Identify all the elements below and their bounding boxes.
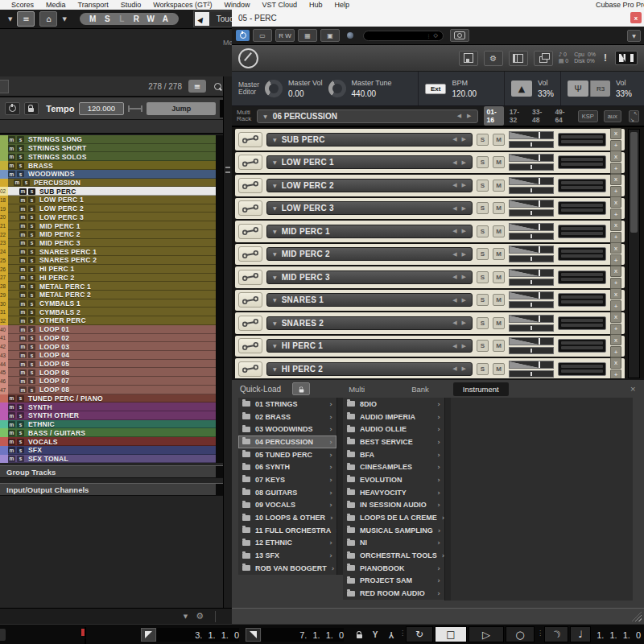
volume-pan-sliders[interactable] [509, 200, 554, 217]
mute-button[interactable]: m [19, 378, 27, 384]
track-row[interactable]: 28 m s METAL PERC 1 [0, 282, 223, 291]
instrument-name-menu[interactable]: ▼ SUB PERC ◀ ▶ [266, 133, 473, 147]
tab-multi[interactable]: Multi [349, 385, 365, 394]
read-write-automation-button[interactable]: R W [275, 29, 295, 42]
pan-slider[interactable] [509, 370, 554, 378]
track-row[interactable]: m s SFX TONAL [0, 455, 223, 464]
prev-instrument-icon[interactable]: ◀ [452, 159, 456, 166]
group-tracks-divider[interactable]: Group Tracks [0, 465, 223, 478]
mute-button[interactable]: m [8, 447, 15, 453]
instrument-name-menu[interactable]: ▼ MID PERC 3 ◀ ▶ [266, 270, 473, 284]
remove-slot-button[interactable]: x [610, 242, 621, 254]
solo-button[interactable]: S [477, 134, 489, 146]
quick-load-item[interactable]: HEAVYOCITY › [343, 486, 444, 499]
volume-slider[interactable] [509, 177, 554, 185]
instrument-name-menu[interactable]: ▼ LOW PERC 1 ◀ ▶ [266, 155, 473, 169]
add-slot-button[interactable]: + [610, 324, 621, 335]
remove-slot-button[interactable]: x [610, 196, 621, 208]
side-chain-button[interactable]: ▣ [320, 29, 340, 42]
solo-button[interactable]: S [477, 340, 489, 352]
menu-scores[interactable]: Scores [11, 1, 34, 9]
preset-stepper-icon[interactable]: ⋮ [427, 33, 431, 39]
next-instrument-icon[interactable]: ▶ [462, 343, 466, 349]
next-instrument-icon[interactable]: ▶ [462, 320, 466, 326]
menu-media[interactable]: Media [46, 1, 66, 9]
cycle-button[interactable]: ↻ [406, 626, 433, 642]
edit-instrument-button[interactable] [238, 132, 262, 147]
solo-button[interactable]: s [28, 309, 35, 316]
mute-button[interactable]: M [493, 317, 505, 329]
menu-hub[interactable]: Hub [309, 1, 323, 9]
solo-button[interactable]: s [28, 223, 35, 229]
quick-load-item[interactable]: 02 BRASS › [238, 411, 336, 423]
column-scrollbar[interactable] [444, 398, 451, 601]
track-row[interactable]: 30 m s CYMBALS 1 [0, 299, 223, 308]
mute-button[interactable]: M [493, 134, 505, 146]
prev-instrument-icon[interactable]: ◀ [452, 251, 456, 258]
tuning-fork-icon[interactable]: Ψ [568, 80, 588, 97]
solo-button[interactable]: s [17, 171, 24, 177]
stop-button[interactable]: □ [435, 626, 467, 642]
quick-load-item[interactable]: RED ROOM AUDIO › [343, 587, 444, 600]
add-slot-button[interactable]: + [610, 278, 621, 289]
mute-button[interactable]: m [8, 404, 15, 411]
page-tab-49-64[interactable]: 49-64 [551, 106, 572, 126]
volume-slider[interactable] [509, 315, 554, 323]
mute-button[interactable]: m [8, 421, 15, 427]
locator-lock-button[interactable] [353, 628, 365, 642]
instrument-name-menu[interactable]: ▼ LOW PERC 3 ◀ ▶ [266, 201, 473, 215]
mute-button[interactable]: m [19, 317, 27, 324]
precount-button[interactable]: ☽ [544, 626, 568, 642]
track-row[interactable]: m s VOCALS [0, 437, 223, 446]
track-row[interactable]: m s STRINGS SHORT [0, 144, 223, 153]
edit-instrument-button[interactable] [238, 155, 262, 170]
add-slot-button[interactable]: + [610, 300, 621, 312]
quick-load-item[interactable]: 09 VOCALS › [238, 499, 336, 512]
rack-scrollbar[interactable] [628, 129, 640, 378]
quick-load-item[interactable]: AUDIO IMPERIA › [343, 411, 444, 423]
quick-load-item[interactable]: 12 ETHNIC › [238, 537, 336, 550]
chevron-down-icon[interactable]: ▼ [8, 16, 12, 23]
next-instrument-icon[interactable]: ▶ [462, 274, 466, 280]
tempo-lock-button[interactable] [24, 102, 39, 115]
mute-button[interactable]: m [19, 231, 27, 237]
quick-load-close-icon[interactable]: × [630, 385, 636, 393]
track-row[interactable]: 23 m s MID PERC 3 [0, 239, 223, 248]
next-instrument-icon[interactable]: ▶ [462, 136, 466, 142]
mute-button[interactable]: m [19, 240, 27, 246]
mute-button[interactable]: M [493, 271, 505, 283]
mute-button[interactable]: m [19, 188, 27, 195]
menu-help[interactable]: Help [334, 1, 349, 9]
mute-button[interactable]: m [19, 369, 27, 376]
browser-layout-button[interactable] [509, 51, 528, 66]
track-row[interactable]: m s WOODWINDS [0, 170, 223, 179]
track-row[interactable]: 27 m s HI PERC 2 [0, 274, 223, 283]
volume-slider[interactable] [509, 337, 554, 345]
next-instrument-icon[interactable]: ▶ [462, 251, 466, 258]
mute-button[interactable]: m [19, 275, 27, 281]
prev-instrument-icon[interactable]: ◀ [452, 320, 456, 326]
solo-button[interactable]: s [28, 214, 35, 221]
bypass-button[interactable]: ▭ [253, 29, 272, 42]
preset-diamond-icon[interactable]: ◇ [434, 32, 438, 39]
right-locator-button[interactable] [246, 628, 261, 642]
remove-slot-button[interactable]: x [610, 334, 621, 345]
listen-button[interactable]: L [115, 14, 129, 23]
mute-button[interactable]: m [8, 430, 15, 436]
instrument-name-menu[interactable]: ▼ MID PERC 1 ◀ ▶ [266, 225, 473, 238]
mute-button[interactable]: m [19, 352, 27, 358]
quick-load-item[interactable]: 04 PERCUSSION › [238, 436, 336, 448]
quick-load-item[interactable]: 11 FULL ORCHESTRA › [238, 524, 336, 537]
punch-out-button[interactable]: Y [385, 628, 398, 642]
snapshot-button[interactable] [450, 29, 469, 42]
output-level-icon[interactable]: ▲ [511, 80, 532, 97]
quick-load-item[interactable]: 01 STRINGS › [238, 398, 336, 411]
mute-button[interactable]: m [19, 291, 27, 298]
tempo-link-icon[interactable] [128, 105, 142, 112]
track-row[interactable]: 18 m s LOW PERC 1 [0, 196, 223, 204]
mute-button[interactable]: m [14, 180, 21, 186]
track-row[interactable]: m s ETHNIC [0, 420, 223, 429]
mute-button[interactable]: m [8, 395, 15, 402]
mute-button[interactable]: m [19, 205, 27, 212]
mute-button[interactable]: M [493, 248, 505, 260]
